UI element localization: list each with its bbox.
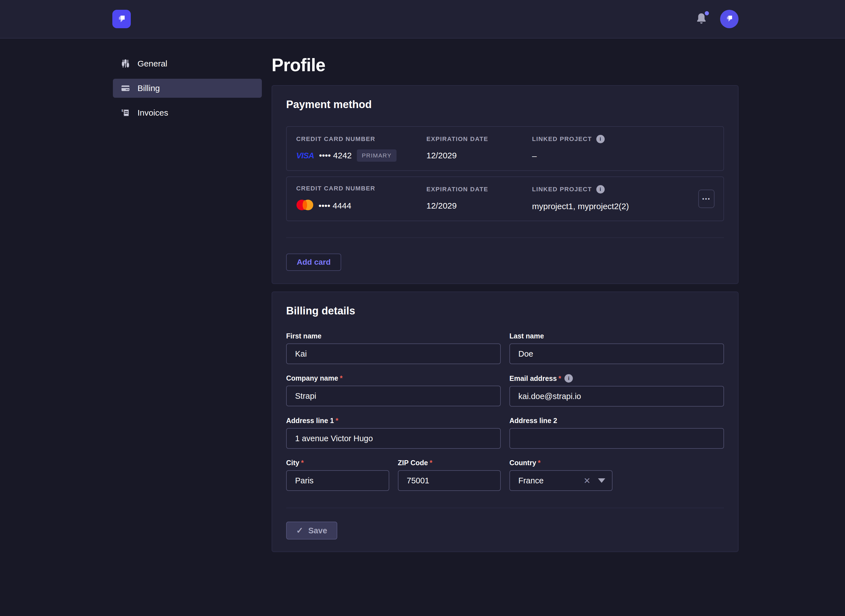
topbar-actions [695,10,739,28]
linked-project-value: myproject1, myproject2(2) [532,200,714,213]
last-name-input[interactable] [509,343,724,364]
linked-project-header: LINKED PROJECT i [532,185,714,194]
check-icon: ✓ [296,527,303,535]
expiration-value: 12/2029 [426,150,532,162]
main-content: Profile Payment method CREDIT CARD NUMBE… [272,56,739,552]
field-zip-code: ZIP Code * [398,459,501,491]
first-name-input[interactable] [286,343,501,364]
zip-code-label: ZIP Code * [398,459,501,467]
label-text: ZIP Code [398,459,428,467]
sidebar-item-label: General [138,59,168,68]
field-city: City * [286,459,389,491]
linked-project-header-text: LINKED PROJECT [532,135,592,143]
card-number-header: CREDIT CARD NUMBER [296,135,426,143]
payment-card-row-visa: CREDIT CARD NUMBER VISA •••• 4242 PRIMAR… [286,126,724,171]
sidebar-item-general[interactable]: General [113,54,262,73]
expiration-value: 12/2029 [426,199,532,212]
card-number-header: CREDIT CARD NUMBER [296,185,426,192]
settings-sidebar: General Billing $ Invoices [113,54,262,128]
linked-project-column: LINKED PROJECT i – [532,135,714,162]
required-asterisk: * [340,374,342,382]
required-asterisk: * [429,459,432,467]
masked-number: •••• 4444 [319,201,351,211]
required-asterisk: * [301,459,304,467]
payment-divider [286,238,724,238]
billing-details-card: Billing details First name Last name Com… [272,292,739,552]
field-email-address: Email address * i [509,374,724,406]
save-button[interactable]: ✓ Save [286,522,337,540]
label-text: Country [509,459,536,467]
field-address-line-2: Address line 2 [509,417,724,449]
expiration-header: EXPIRATION DATE [426,135,532,143]
card-actions-menu-button[interactable]: ••• [698,189,714,208]
zip-code-input[interactable] [398,470,501,491]
billing-form: First name Last name Company name * [286,332,724,491]
last-name-label: Last name [509,332,724,340]
billing-divider [286,507,724,508]
expiration-header: EXPIRATION DATE [426,186,532,193]
city-label: City * [286,459,389,467]
user-avatar[interactable] [720,10,739,28]
add-card-button[interactable]: Add card [286,254,341,271]
bell-icon [695,21,707,26]
email-address-input[interactable] [509,386,724,406]
sidebar-item-label: Billing [138,84,160,93]
strapi-logo-button[interactable] [112,10,131,28]
save-button-label: Save [308,526,327,535]
required-asterisk: * [558,374,561,383]
strapi-logo-icon [116,13,127,25]
required-asterisk: * [538,459,541,467]
linked-project-header-text: LINKED PROJECT [532,186,592,193]
required-asterisk: * [336,417,338,425]
invoice-icon: $ [121,108,130,117]
visa-logo: VISA [296,151,314,160]
field-last-name: Last name [509,332,724,364]
company-name-input[interactable] [286,386,501,406]
masked-number: •••• 4242 [319,151,352,160]
top-bar [0,0,845,38]
card-number-value: VISA •••• 4242 PRIMARY [296,150,426,162]
label-text: Company name [286,374,338,382]
sidebar-item-billing[interactable]: Billing [113,79,262,98]
notifications-button[interactable] [695,12,708,26]
label-text: Last name [509,332,544,340]
city-input[interactable] [286,470,389,491]
country-select-value: France [518,476,583,485]
info-icon[interactable]: i [596,185,605,194]
country-select[interactable]: France ✕ [509,470,613,491]
company-name-label: Company name * [286,374,501,382]
clear-selection-icon[interactable]: ✕ [583,476,591,485]
field-first-name: First name [286,332,501,364]
notification-badge-dot [705,11,709,15]
info-icon[interactable]: i [564,374,573,383]
address-line-1-input[interactable] [286,428,501,449]
card-number-column: CREDIT CARD NUMBER •••• 4444 [296,185,426,213]
payment-card-row-mastercard: CREDIT CARD NUMBER •••• 4444 EXPIRATION … [286,176,724,221]
sidebar-item-invoices[interactable]: $ Invoices [113,103,262,122]
label-text: First name [286,332,321,340]
address-line-2-input[interactable] [509,428,724,449]
label-text: Email address [509,374,557,383]
label-text: Address line 2 [509,417,557,425]
info-icon[interactable]: i [596,135,605,143]
chevron-down-icon[interactable] [598,478,605,483]
payment-method-card: Payment method CREDIT CARD NUMBER VISA •… [272,85,739,284]
email-address-label: Email address * i [509,374,724,383]
country-label: Country * [509,459,613,467]
billing-section-title: Billing details [286,305,724,317]
credit-card-icon [121,84,130,93]
field-country: Country * France ✕ [509,459,613,491]
expiration-column: EXPIRATION DATE 12/2029 [426,186,532,212]
sidebar-item-label: Invoices [138,108,168,117]
primary-badge: PRIMARY [357,150,397,162]
card-number-value: •••• 4444 [296,199,426,213]
field-address-line-1: Address line 1 * [286,417,501,449]
svg-text:$: $ [122,109,123,112]
mastercard-logo [296,199,313,213]
payment-section-title: Payment method [286,98,724,111]
sliders-icon [121,59,130,68]
label-text: Address line 1 [286,417,334,425]
field-company-name: Company name * [286,374,501,406]
linked-project-header: LINKED PROJECT i [532,135,714,143]
label-text: City [286,459,299,467]
